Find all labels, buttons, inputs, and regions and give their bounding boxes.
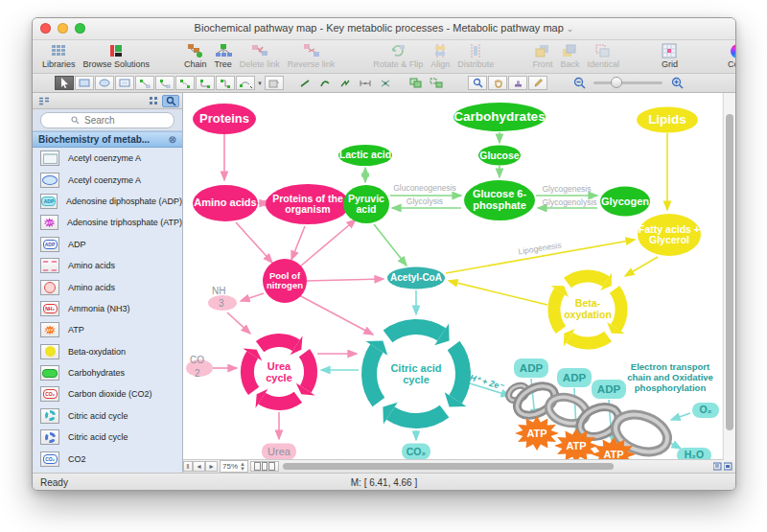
drawing-canvas[interactable]: Proteins Amino acids Proteins of the org…: [183, 93, 722, 459]
lactic-acid-node[interactable]: Lactic acid: [338, 145, 392, 166]
front-button[interactable]: Front: [528, 41, 556, 70]
o2-node[interactable]: O₂: [692, 403, 719, 418]
acetyl-coa-node[interactable]: Acetyl-CoA: [387, 267, 445, 289]
ungroup-tool-button[interactable]: [427, 76, 446, 90]
polyline-tool-button[interactable]: [336, 76, 355, 90]
stamp-tool-button[interactable]: [508, 76, 527, 90]
round-connector-tool-button[interactable]: [196, 76, 215, 90]
library-item[interactable]: Citric acid cycle: [33, 427, 182, 448]
prev-page-button[interactable]: ◂: [193, 461, 205, 472]
next-page-button[interactable]: ▸: [205, 461, 218, 472]
grid-button[interactable]: Grid: [658, 41, 682, 70]
search-input-box[interactable]: [40, 112, 174, 128]
split-tool-button[interactable]: [376, 76, 395, 90]
horizontal-scrollbar-thumb[interactable]: [283, 463, 614, 470]
glucose-6-phosphate-node[interactable]: Glucose 6-phosphate: [464, 180, 535, 220]
adp-node[interactable]: ADP: [514, 359, 548, 378]
reverse-link-button[interactable]: Reverse link: [284, 41, 339, 70]
h2o-node[interactable]: H₂O: [677, 448, 711, 459]
library-item[interactable]: ADPAdenosine diphosphate (ADP): [33, 191, 182, 212]
title-dropdown-icon[interactable]: ⌄: [567, 24, 574, 34]
adp-node[interactable]: ADP: [557, 368, 592, 387]
search-input[interactable]: [82, 114, 144, 127]
proteins-of-organism-node[interactable]: Proteins of the organism: [266, 184, 350, 224]
curve-tool-button[interactable]: [315, 76, 335, 90]
zoom-in-icon[interactable]: [667, 76, 686, 90]
library-list-view-icon[interactable]: [35, 95, 53, 107]
browse-solutions-button[interactable]: Browse Solutions: [80, 41, 154, 70]
tree-button[interactable]: Tree: [211, 41, 236, 70]
library-item[interactable]: CO₂CO2: [33, 448, 182, 469]
vertical-scrollbar-thumb[interactable]: [726, 114, 733, 430]
page-tabs[interactable]: [250, 461, 279, 472]
midpoint-tool-button[interactable]: [356, 76, 375, 90]
smart-connector-tool-button[interactable]: [216, 76, 235, 90]
zoom-slider-knob[interactable]: [611, 77, 622, 88]
connector-dropdown-caret[interactable]: ▾: [256, 76, 264, 90]
co2-teal-node[interactable]: CO₂: [402, 444, 430, 460]
library-item[interactable]: Beta-oxydation: [33, 341, 182, 362]
zoom-value-box[interactable]: 75% ▲▼: [220, 460, 248, 473]
co2-pink-label[interactable]: CO: [190, 355, 204, 365]
electron-transport-text[interactable]: Electron transport chain and Oxidative p…: [619, 362, 721, 394]
library-item[interactable]: Amino acids: [33, 255, 182, 276]
zoom-tool-button[interactable]: [468, 76, 487, 90]
zoom-stepper-icon[interactable]: ▲▼: [240, 462, 245, 472]
libraries-button[interactable]: Libraries: [38, 41, 80, 70]
glycogen-node[interactable]: Glycogen: [600, 187, 650, 217]
arc-connector-tool-button[interactable]: [155, 76, 174, 90]
library-grid-view-icon[interactable]: [145, 95, 162, 107]
library-item[interactable]: ADPADP: [33, 234, 182, 255]
pane-splitter-handle[interactable]: ‖: [183, 461, 193, 472]
gluconeogenesis-label[interactable]: Gluconeogenesis: [393, 183, 456, 193]
zoom-slider[interactable]: [593, 81, 662, 84]
rectangle-tool-button[interactable]: [75, 76, 94, 90]
select-tool-button[interactable]: [55, 76, 74, 90]
close-library-icon[interactable]: ⊗: [169, 134, 176, 145]
frame-tool-button[interactable]: [115, 76, 134, 90]
vertical-scrollbar[interactable]: [723, 93, 735, 460]
back-button[interactable]: Back: [556, 41, 583, 70]
pyruvic-acid-node[interactable]: Pyruvic acid: [343, 185, 389, 223]
proteins-node[interactable]: Proteins: [193, 104, 256, 134]
glucose-node[interactable]: Glucose: [478, 146, 521, 166]
library-item[interactable]: ATPATP: [33, 319, 182, 340]
glycogenesis-label[interactable]: Glycogenesis: [542, 184, 591, 194]
ellipse-tool-button[interactable]: [95, 76, 114, 90]
rotate-flip-button[interactable]: Rotate & Flip: [369, 41, 427, 70]
curve-connector-tool-button[interactable]: [236, 76, 255, 90]
bezier-connector-tool-button[interactable]: [175, 76, 195, 90]
group-tool-button[interactable]: [407, 76, 426, 90]
library-item[interactable]: Amino acids: [33, 276, 182, 297]
distribute-button[interactable]: Distribute: [453, 41, 498, 70]
library-section-header[interactable]: Biochemistry of metab... ⊗: [33, 131, 182, 148]
library-item[interactable]: CO₂Carbon dioxide (CO2): [33, 383, 182, 405]
nh3-label[interactable]: NH: [212, 286, 225, 296]
page-view-toggle-icons[interactable]: [710, 461, 735, 472]
fatty-acids-glycerol-node[interactable]: Fatty acids + Glycerol: [638, 214, 701, 256]
library-item[interactable]: Acetyl coenzyme A: [33, 148, 182, 169]
carbohydrates-node[interactable]: Carbohydrates: [453, 103, 546, 131]
identical-button[interactable]: Identical: [583, 41, 623, 70]
pool-of-nitrogen-node[interactable]: Pool of nitrogen: [263, 259, 307, 303]
library-item[interactable]: Citric acid cycle: [33, 405, 182, 427]
library-item[interactable]: NH₃Ammonia (NH3): [33, 298, 182, 319]
glycolysis-label[interactable]: Glycolysis: [407, 197, 443, 206]
delete-link-button[interactable]: Delete link: [236, 41, 284, 70]
library-item[interactable]: Carbohydrates: [33, 362, 182, 383]
zoom-out-icon[interactable]: [569, 76, 589, 90]
align-button[interactable]: Align: [427, 41, 453, 70]
library-item[interactable]: ATPAdenosine triphosphate (ATP): [33, 212, 182, 233]
pan-tool-button[interactable]: [488, 76, 507, 90]
shape-eraser-tool-button[interactable]: [265, 76, 284, 90]
glycogenolysis-label[interactable]: Glycogenolysis: [542, 197, 596, 207]
chain-button[interactable]: Chain: [180, 41, 211, 70]
color-button[interactable]: Color: [724, 41, 736, 70]
line-tool-button[interactable]: [295, 76, 314, 90]
urea-node[interactable]: Urea: [262, 444, 296, 460]
amino-acids-node[interactable]: Amino acids: [193, 185, 258, 221]
pencil-tool-button[interactable]: [528, 76, 547, 90]
lipids-node[interactable]: Lipids: [637, 107, 698, 133]
library-item[interactable]: Acetyl coenzyme A: [33, 169, 182, 190]
horizontal-scrollbar[interactable]: [283, 462, 707, 471]
